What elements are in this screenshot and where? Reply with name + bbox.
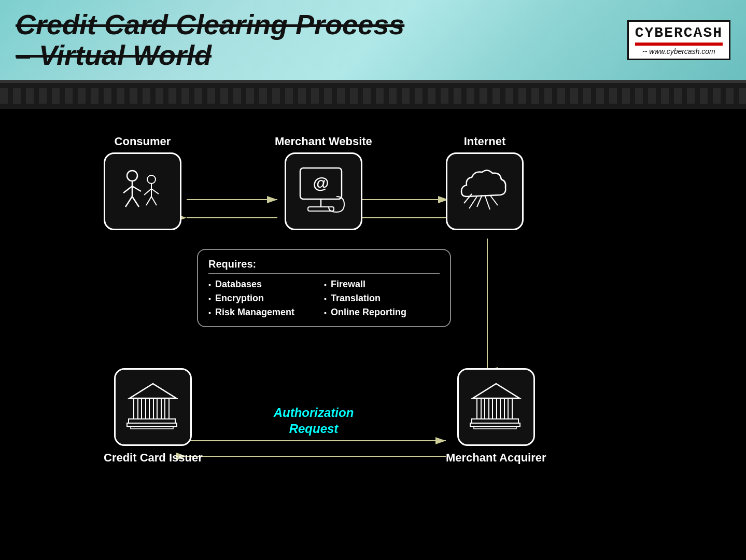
node-issuer: Credit Card Issuer [104, 368, 203, 465]
requires-item-firewall: ▪ Firewall [324, 279, 440, 290]
diagram: Consumer Merchant Website [0, 109, 746, 560]
consumer-box [104, 152, 181, 230]
issuer-label: Credit Card Issuer [104, 451, 203, 465]
consumer-label: Consumer [115, 135, 171, 148]
logo-url: -- www.cybercash.com [642, 47, 715, 55]
node-consumer: Consumer [104, 135, 181, 230]
svg-marker-41 [473, 384, 519, 398]
svg-rect-33 [134, 398, 138, 419]
header-title: Credit Card Clearing Process – Virtual W… [16, 9, 404, 71]
issuer-box [114, 368, 192, 446]
merchant-icon: @ [295, 163, 352, 220]
svg-rect-47 [472, 419, 518, 423]
svg-line-27 [477, 195, 482, 207]
requires-item-risk-management: ▪ Risk Management [208, 307, 324, 318]
internet-box [446, 152, 524, 230]
svg-rect-45 [500, 398, 504, 419]
logo-bar [635, 43, 723, 46]
internet-label: Internet [464, 135, 506, 148]
node-internet: Internet [446, 135, 524, 230]
svg-rect-42 [477, 398, 481, 419]
merchant-box: @ [285, 152, 362, 230]
requires-grid: ▪ Databases ▪ Firewall ▪ Encryption ▪ Tr… [208, 279, 440, 318]
svg-rect-44 [492, 398, 497, 419]
svg-line-29 [469, 197, 477, 208]
svg-line-31 [464, 194, 472, 203]
requires-item-databases: ▪ Databases [208, 279, 324, 290]
svg-line-14 [132, 186, 141, 191]
svg-rect-36 [157, 398, 161, 419]
svg-line-22 [151, 197, 157, 205]
requires-item-translation: ▪ Translation [324, 293, 440, 304]
logo-text: CYBERCASH [635, 25, 723, 41]
svg-rect-39 [127, 423, 177, 427]
svg-rect-43 [485, 398, 489, 419]
node-merchant: Merchant Website @ [275, 135, 372, 230]
svg-line-19 [144, 189, 151, 195]
svg-line-13 [123, 186, 132, 193]
requires-item-encryption: ▪ Encryption [208, 293, 324, 304]
svg-rect-49 [474, 427, 516, 429]
svg-line-28 [485, 195, 490, 209]
svg-point-17 [147, 175, 156, 184]
svg-rect-34 [142, 398, 146, 419]
svg-line-20 [151, 189, 159, 194]
acquirer-icon [468, 379, 525, 436]
consumer-icon [114, 163, 171, 220]
acquirer-box [457, 368, 535, 446]
svg-rect-46 [508, 398, 512, 419]
cybercash-logo: CYBERCASH -- www.cybercash.com [627, 20, 730, 60]
svg-point-11 [127, 171, 137, 181]
merchant-label: Merchant Website [275, 135, 372, 148]
svg-rect-40 [131, 427, 173, 429]
requires-title: Requires: [208, 258, 440, 274]
svg-marker-32 [130, 384, 176, 398]
svg-text:@: @ [313, 174, 329, 192]
header: Credit Card Clearing Process – Virtual W… [0, 0, 746, 83]
svg-line-21 [146, 197, 151, 205]
svg-line-16 [132, 197, 139, 207]
svg-rect-48 [470, 423, 520, 427]
requires-item-online-reporting: ▪ Online Reporting [324, 307, 440, 318]
internet-icon [456, 163, 513, 220]
svg-line-15 [125, 197, 132, 207]
requires-box: Requires: ▪ Databases ▪ Firewall ▪ Encry… [197, 249, 451, 327]
issuer-icon [124, 379, 181, 436]
acquirer-label: Merchant Acquirer [446, 451, 546, 465]
svg-rect-38 [129, 419, 175, 423]
node-acquirer: Merchant Acquirer [446, 368, 546, 465]
dark-strip [0, 83, 746, 109]
svg-rect-35 [149, 398, 153, 419]
svg-line-30 [490, 195, 498, 205]
svg-rect-37 [165, 398, 169, 419]
authorization-request-label: AuthorizationRequest [251, 404, 376, 437]
